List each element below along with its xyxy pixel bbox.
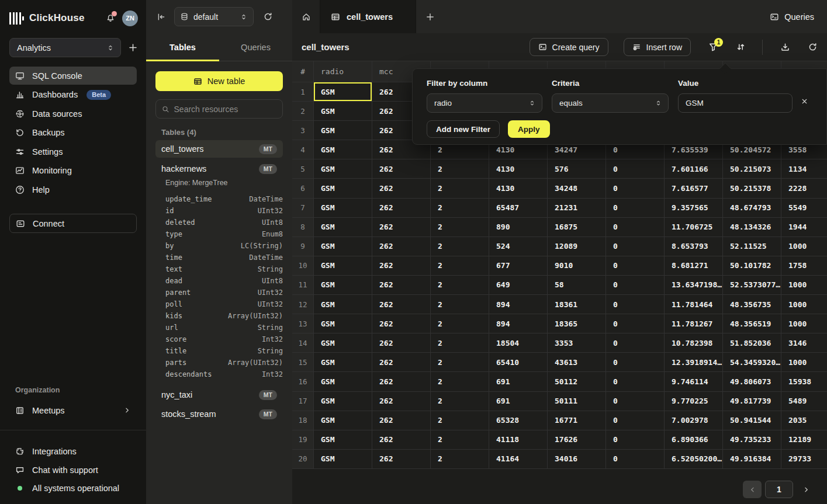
table-cell[interactable]: GSM (314, 140, 372, 159)
table-cell[interactable]: 49.735233 (723, 430, 781, 450)
table-cell[interactable]: 9.770225 (665, 392, 723, 411)
next-page-button[interactable] (797, 481, 815, 498)
tab-queries[interactable]: Queries (219, 33, 292, 61)
table-cell[interactable]: 49.806073 (723, 372, 781, 391)
sort-button[interactable] (736, 42, 746, 52)
queries-button[interactable]: Queries (757, 0, 827, 33)
table-cell[interactable]: 691 (489, 372, 548, 391)
table-cell[interactable]: 894 (489, 295, 548, 314)
database-selector[interactable]: default (174, 7, 254, 26)
table-cell[interactable]: GSM (314, 392, 372, 411)
sidebar-item-data-sources[interactable]: Data sources (9, 105, 137, 123)
add-workspace-button[interactable] (128, 43, 138, 53)
table-cell[interactable]: 18365 (548, 314, 606, 333)
table-cell[interactable]: 691 (489, 392, 548, 411)
table-cell[interactable]: 262 (372, 276, 431, 295)
table-cell[interactable]: 52.11525 (723, 237, 781, 256)
table-cell[interactable]: 2 (431, 333, 489, 353)
selected-cell[interactable]: GSM (314, 82, 372, 102)
table-cell[interactable]: 677 (489, 256, 548, 276)
table-cell[interactable]: 7.002978 (665, 411, 723, 430)
table-cell[interactable]: 41118 (489, 430, 548, 450)
table-cell[interactable]: 16875 (548, 218, 606, 237)
table-cell[interactable]: 262 (372, 295, 431, 314)
notifications-bell-icon[interactable] (106, 13, 115, 23)
table-cell[interactable]: 7.601166 (665, 159, 723, 179)
table-cell[interactable]: 41164 (489, 450, 548, 469)
table-cell[interactable]: 2 (431, 314, 489, 333)
table-cell[interactable]: 48.356735 (723, 295, 781, 314)
sidebar-item-meetups[interactable]: Meetups (9, 401, 137, 419)
table-cell[interactable]: 262 (372, 411, 431, 430)
new-table-button[interactable]: New table (155, 71, 283, 91)
table-cell[interactable]: 2 (431, 295, 489, 314)
sidebar-item-dashboards[interactable]: DashboardsBeta (9, 86, 137, 104)
table-cell[interactable]: GSM (314, 411, 372, 430)
sidebar-item-sql-console[interactable]: SQL Console (9, 67, 137, 85)
table-cell[interactable]: 262 (372, 353, 431, 372)
table-cell[interactable]: 262 (372, 179, 431, 198)
table-cell[interactable]: 7.616577 (665, 179, 723, 198)
column-header-radio[interactable]: radio (314, 61, 372, 82)
table-cell[interactable]: GSM (314, 159, 372, 179)
table-cell[interactable]: 1944 (781, 218, 827, 237)
table-cell[interactable]: GSM (314, 295, 372, 314)
tab-tables[interactable]: Tables (146, 33, 219, 61)
table-cell[interactable]: 49.817739 (723, 392, 781, 411)
table-cell[interactable]: 54.3459320… (723, 353, 781, 372)
table-cell[interactable]: 34016 (548, 450, 606, 469)
table-cell[interactable]: 2 (431, 392, 489, 411)
table-cell[interactable]: 6.890366 (665, 430, 723, 450)
table-cell[interactable]: 4130 (489, 159, 548, 179)
connect-button[interactable]: Connect (9, 214, 137, 233)
table-cell[interactable]: 262 (372, 237, 431, 256)
sidebar-item-monitoring[interactable]: Monitoring (9, 162, 137, 180)
table-cell[interactable]: 34248 (548, 179, 606, 198)
table-cell[interactable]: GSM (314, 102, 372, 121)
table-cell[interactable]: 2035 (781, 411, 827, 430)
table-cell[interactable]: 65487 (489, 199, 548, 218)
table-cell[interactable]: 50111 (548, 392, 606, 411)
table-item-nyc-taxi[interactable]: nyc_taxi MT (155, 386, 283, 404)
table-cell[interactable]: 1758 (781, 256, 827, 276)
table-cell[interactable]: 262 (372, 218, 431, 237)
table-cell[interactable]: 0 (606, 430, 665, 450)
filter-column-select[interactable]: radio (427, 93, 542, 113)
insert-row-button[interactable]: Insert row (624, 38, 691, 56)
filter-button[interactable]: 1 (708, 42, 718, 52)
table-cell[interactable]: 262 (372, 256, 431, 276)
table-cell[interactable]: 18504 (489, 333, 548, 353)
table-cell[interactable]: 48.134326 (723, 218, 781, 237)
table-cell[interactable]: 13.6347198… (665, 276, 723, 295)
table-cell[interactable]: 894 (489, 314, 548, 333)
table-cell[interactable]: 65328 (489, 411, 548, 430)
table-cell[interactable]: 0 (606, 237, 665, 256)
table-cell[interactable]: GSM (314, 276, 372, 295)
table-cell[interactable]: 12.3918914… (665, 353, 723, 372)
search-input[interactable] (174, 105, 276, 114)
table-cell[interactable]: GSM (314, 179, 372, 198)
sidebar-item-help[interactable]: Help (9, 180, 137, 199)
table-cell[interactable]: 15938 (781, 372, 827, 391)
table-cell[interactable]: 11.781464 (665, 295, 723, 314)
table-cell[interactable]: 9.357565 (665, 199, 723, 218)
table-cell[interactable]: 2 (431, 450, 489, 469)
table-cell[interactable]: 8.653793 (665, 237, 723, 256)
table-cell[interactable]: 43613 (548, 353, 606, 372)
table-cell[interactable]: 50.215378 (723, 179, 781, 198)
table-item-hackernews[interactable]: hackernews MT (155, 160, 283, 178)
table-cell[interactable]: 2 (431, 411, 489, 430)
table-cell[interactable]: 2 (431, 218, 489, 237)
table-cell[interactable]: 0 (606, 256, 665, 276)
table-cell[interactable]: 1000 (781, 237, 827, 256)
table-cell[interactable]: 0 (606, 314, 665, 333)
table-cell[interactable]: 5489 (781, 392, 827, 411)
table-cell[interactable]: GSM (314, 372, 372, 391)
new-tab-button[interactable] (416, 0, 444, 33)
apply-filter-button[interactable]: Apply (508, 120, 550, 138)
table-cell[interactable]: 0 (606, 276, 665, 295)
sidebar-item-all-systems-operational[interactable]: All systems operational (9, 479, 137, 497)
remove-filter-button[interactable] (801, 98, 808, 105)
table-cell[interactable]: GSM (314, 218, 372, 237)
table-cell[interactable]: 1000 (781, 353, 827, 372)
